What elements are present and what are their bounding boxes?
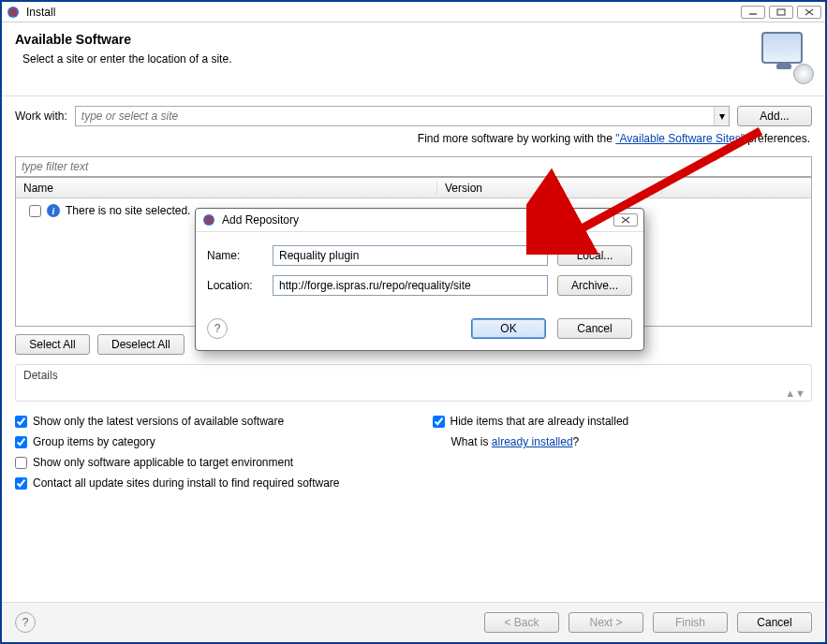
opt-label: Group items by category — [33, 435, 155, 448]
back-button[interactable]: < Back — [484, 612, 559, 633]
maximize-button[interactable] — [769, 6, 793, 19]
dialog-titlebar: Add Repository — [196, 209, 643, 232]
page-subtitle: Select a site or enter the location of a… — [22, 52, 761, 66]
install-icon — [761, 32, 812, 82]
available-sites-link[interactable]: "Available Software Sites" — [615, 132, 745, 145]
page-title: Available Software — [15, 32, 761, 47]
help-icon[interactable]: ? — [15, 612, 36, 633]
svg-rect-1 — [9, 8, 17, 16]
scroll-icon[interactable]: ▲▼ — [785, 388, 805, 399]
info-icon: i — [47, 204, 60, 217]
app-icon — [6, 5, 21, 20]
hint-suffix: preferences. — [745, 132, 810, 145]
location-input[interactable] — [273, 275, 548, 296]
opt-applicable-env[interactable]: Show only software applicable to target … — [15, 456, 395, 469]
hint-suffix: ? — [573, 435, 580, 448]
app-icon — [201, 212, 216, 227]
chevron-down-icon[interactable]: ▾ — [714, 107, 729, 125]
dialog-help-icon[interactable]: ? — [207, 318, 228, 339]
svg-rect-7 — [205, 216, 213, 224]
hint-prefix: What is — [451, 435, 492, 448]
already-installed-link[interactable]: already installed — [492, 435, 573, 448]
close-button[interactable] — [797, 6, 821, 19]
dialog-cancel-button[interactable]: Cancel — [557, 318, 632, 339]
wizard-footer: ? < Back Next > Finish Cancel — [2, 602, 825, 642]
location-row: Location: Archive... — [207, 275, 632, 296]
opt-label: Hide items that are already installed — [450, 415, 629, 428]
location-label: Location: — [207, 279, 263, 292]
opt-label: Show only the latest versions of availab… — [33, 415, 284, 428]
table-header: Name Version — [16, 178, 811, 198]
checkbox[interactable] — [15, 416, 27, 428]
sites-hint: Find more software by working with the "… — [15, 132, 812, 145]
window-title: Install — [26, 6, 741, 19]
col-name-header[interactable]: Name — [16, 182, 437, 195]
work-with-label: Work with: — [15, 110, 67, 123]
deselect-all-button[interactable]: Deselect All — [97, 334, 185, 355]
options-grid: Show only the latest versions of availab… — [15, 415, 812, 490]
details-group: Details ▲▼ — [15, 364, 812, 402]
opt-group-category[interactable]: Group items by category — [15, 435, 395, 448]
opt-latest-versions[interactable]: Show only the latest versions of availab… — [15, 415, 395, 428]
opt-hide-installed[interactable]: Hide items that are already installed — [433, 415, 813, 428]
archive-button[interactable]: Archive... — [557, 275, 632, 296]
name-input[interactable] — [273, 245, 548, 266]
col-version-header[interactable]: Version — [437, 182, 662, 195]
dialog-title: Add Repository — [222, 213, 613, 227]
select-all-button[interactable]: Select All — [15, 334, 90, 355]
already-installed-hint: What is already installed? — [433, 435, 813, 448]
site-combo[interactable]: ▾ — [75, 106, 730, 126]
row-checkbox[interactable] — [29, 205, 41, 217]
titlebar: Install — [2, 2, 825, 22]
details-label: Details — [23, 369, 58, 382]
checkbox[interactable] — [15, 477, 27, 490]
finish-button[interactable]: Finish — [653, 612, 728, 633]
ok-button[interactable]: OK — [471, 318, 546, 339]
hint-prefix: Find more software by working with the — [418, 132, 615, 145]
opt-label: Show only software applicable to target … — [33, 456, 293, 469]
add-button[interactable]: Add... — [737, 106, 812, 126]
window-controls — [741, 6, 821, 19]
svg-rect-3 — [777, 9, 785, 15]
page-header: Available Software Select a site or ente… — [2, 22, 825, 96]
checkbox[interactable] — [15, 436, 27, 448]
filter-input[interactable] — [15, 156, 812, 177]
add-repository-dialog: Add Repository Name: Local... Location: … — [195, 208, 644, 351]
opt-label: Contact all update sites during install … — [33, 476, 340, 490]
checkbox[interactable] — [15, 457, 27, 469]
cancel-button[interactable]: Cancel — [737, 612, 812, 633]
dialog-close-button[interactable] — [613, 213, 638, 227]
local-button[interactable]: Local... — [557, 245, 632, 266]
name-label: Name: — [207, 249, 263, 262]
checkbox[interactable] — [433, 416, 445, 428]
site-input[interactable] — [76, 107, 714, 125]
empty-text: There is no site selected. — [66, 204, 190, 217]
minimize-button[interactable] — [741, 6, 765, 19]
next-button[interactable]: Next > — [569, 612, 643, 633]
name-row: Name: Local... — [207, 245, 632, 266]
opt-contact-sites[interactable]: Contact all update sites during install … — [15, 476, 812, 490]
work-with-row: Work with: ▾ Add... — [15, 106, 812, 126]
